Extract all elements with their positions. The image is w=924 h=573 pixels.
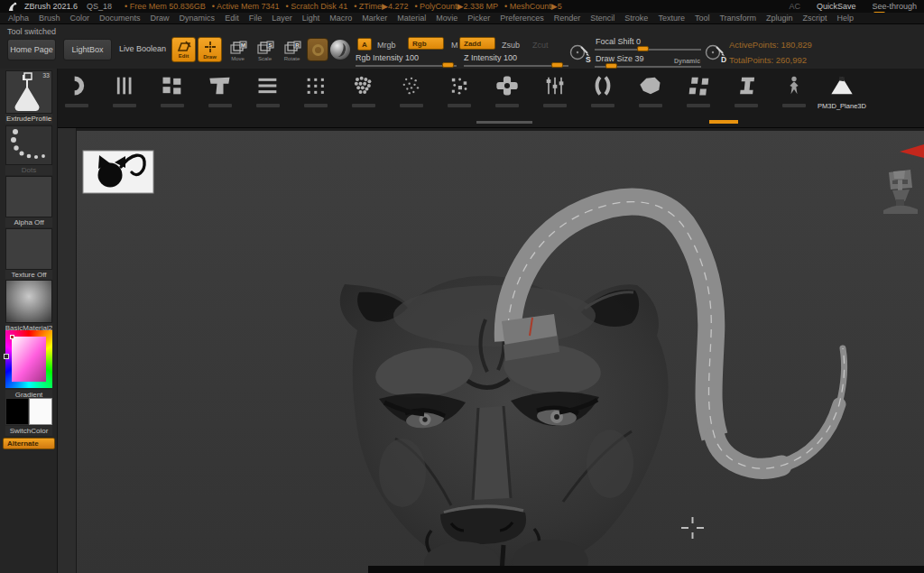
sculptris-pro-button[interactable] — [307, 38, 328, 61]
menu-item[interactable]: Stencil — [590, 14, 614, 23]
stroke-label: Dots — [5, 165, 52, 175]
menu-item[interactable]: Macro — [329, 14, 352, 23]
strip-item-label — [543, 104, 567, 107]
menu-item[interactable]: Light — [302, 14, 320, 23]
strip-item[interactable] — [442, 74, 476, 110]
ac-label: AC — [789, 2, 800, 11]
menu-item[interactable]: Documents — [99, 14, 141, 23]
color-selector-icon[interactable] — [10, 335, 14, 339]
zsub-toggle[interactable]: Zsub — [502, 41, 520, 50]
stroke-curve-icon[interactable]: S — [568, 42, 592, 65]
strip-item-label — [448, 104, 471, 107]
strip-item[interactable] — [490, 74, 524, 110]
dynamic-label[interactable]: Dynamic — [674, 58, 700, 64]
menu-item[interactable]: Movie — [436, 14, 457, 23]
zadd-toggle[interactable]: Zadd — [459, 37, 495, 50]
menu-item[interactable]: Alpha — [8, 14, 29, 23]
strip-item-label: PM3D_Plane3D — [818, 102, 866, 110]
strip-item[interactable] — [203, 74, 237, 110]
menu-item[interactable]: Tool — [695, 14, 710, 23]
ring-icon — [312, 44, 324, 56]
z-intensity-handle[interactable] — [551, 62, 563, 68]
mrgb-toggle[interactable]: Mrgb — [377, 41, 396, 50]
titlebar-stat: PolyCount▶2.338 MP — [414, 2, 498, 11]
rgb-intensity-handle[interactable] — [442, 62, 454, 68]
menu-item[interactable]: Dynamics — [180, 14, 216, 23]
edit-button[interactable]: Edit — [171, 37, 196, 62]
menu-item[interactable]: Brush — [39, 14, 60, 23]
color-picker[interactable] — [5, 330, 52, 388]
menu-item[interactable]: Help — [837, 14, 855, 23]
home-page-button[interactable]: Home Page — [7, 39, 56, 60]
strip-item[interactable] — [60, 74, 94, 110]
move-button[interactable]: M Move — [226, 38, 250, 63]
model-thumbnail[interactable] — [83, 151, 153, 193]
strip-scrollbar[interactable] — [476, 121, 532, 124]
strip-item-label — [687, 104, 710, 107]
main-color-swatch[interactable] — [5, 398, 29, 425]
alpha-label: Alpha Off — [5, 217, 52, 227]
menu-item[interactable]: Zplugin — [766, 14, 793, 23]
alternate-button[interactable]: Alternate — [3, 438, 55, 449]
menu-item[interactable]: Color — [70, 14, 90, 23]
strip-item[interactable] — [681, 74, 716, 110]
tool-switched-notification: Tool switched — [7, 27, 56, 36]
menu-item[interactable]: File — [249, 14, 263, 23]
strip-item[interactable] — [299, 74, 333, 110]
menu-item[interactable]: Render — [554, 14, 581, 23]
strip-item[interactable] — [777, 74, 811, 110]
focal-shift-value: 0 — [636, 37, 641, 46]
stroke-thumbnail[interactable] — [5, 125, 52, 165]
strip-item[interactable] — [394, 74, 429, 110]
viewport-canvas[interactable] — [77, 128, 924, 573]
tray-divider[interactable] — [58, 128, 77, 573]
quicksave-button[interactable]: QuickSave — [817, 2, 856, 11]
m-toggle[interactable]: M — [451, 41, 458, 50]
menu-item[interactable]: Picker — [467, 14, 490, 23]
polypaint-sphere-button[interactable] — [330, 40, 350, 60]
menu-item[interactable]: Transform — [719, 14, 756, 23]
strip-item[interactable] — [729, 74, 763, 110]
dots-stroke-icon — [6, 126, 51, 164]
strip-item[interactable] — [107, 74, 142, 110]
menu-item[interactable]: Material — [397, 14, 426, 23]
focal-shift-handle[interactable] — [637, 46, 649, 51]
strip-selection-marker — [709, 120, 738, 124]
strip-item[interactable] — [633, 74, 668, 110]
alpha-thumbnail[interactable] — [5, 176, 52, 217]
rgb-toggle[interactable]: Rgb — [408, 37, 444, 50]
dynamic-brush-icon[interactable]: D — [704, 42, 727, 65]
strip-item[interactable] — [251, 74, 285, 110]
texture-thumbnail[interactable] — [5, 228, 52, 270]
hue-selector-icon[interactable] — [4, 354, 9, 359]
menu-item[interactable]: Layer — [272, 14, 292, 23]
material-thumbnail[interactable] — [5, 280, 52, 323]
menu-item[interactable]: Zscript — [803, 14, 827, 23]
color-field[interactable] — [12, 337, 46, 382]
current-tool-thumbnail[interactable]: 33 — [5, 70, 52, 114]
switch-color-swatches[interactable] — [5, 398, 52, 425]
strip-item[interactable] — [538, 74, 572, 110]
menu-item[interactable]: Edit — [225, 14, 239, 23]
strip-item[interactable] — [586, 74, 620, 110]
a-toggle[interactable]: A — [357, 38, 372, 51]
strip-item[interactable] — [346, 74, 381, 110]
horizontal-lines-icon — [255, 74, 281, 97]
strip-item-label — [304, 104, 328, 107]
strip-item[interactable]: PM3D_Plane3D — [825, 74, 859, 110]
see-through-slider[interactable]: See-through — [872, 2, 917, 11]
dense-dots-icon — [351, 74, 376, 97]
draw-button[interactable]: Draw — [198, 37, 222, 62]
menu-item[interactable]: Texture — [658, 14, 685, 23]
rotate-button[interactable]: R Rotate — [280, 38, 304, 63]
secondary-color-swatch[interactable] — [29, 398, 52, 425]
scale-button[interactable]: S Scale — [253, 38, 277, 63]
menu-item[interactable]: Preferences — [500, 14, 544, 23]
menu-item[interactable]: Draw — [151, 14, 170, 23]
menu-item[interactable]: Stroke — [624, 14, 648, 23]
menu-item[interactable]: Marker — [362, 14, 387, 23]
strip-item[interactable] — [155, 74, 189, 110]
strip-item-label — [735, 104, 758, 107]
lightbox-button[interactable]: LightBox — [63, 39, 112, 60]
live-boolean-button[interactable]: Live Boolean — [119, 44, 166, 53]
